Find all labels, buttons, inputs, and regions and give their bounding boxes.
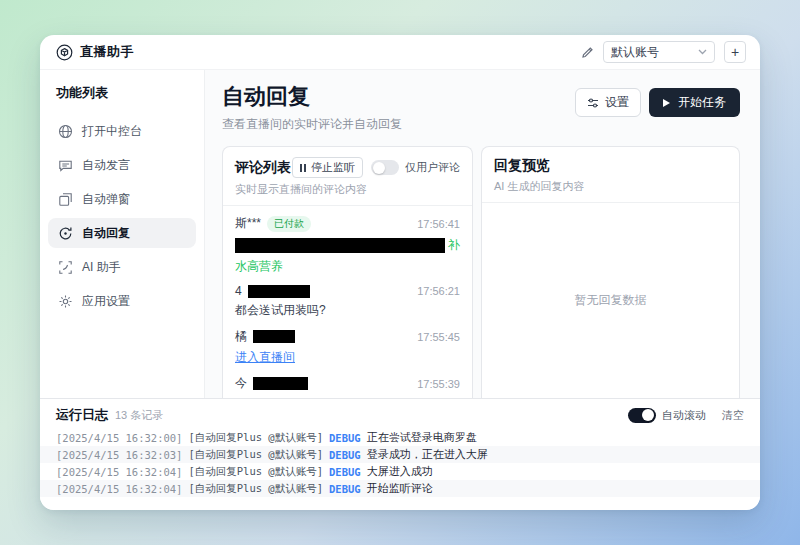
log-time: [2025/4/15 16:32:04]	[56, 483, 182, 495]
log-time: [2025/4/15 16:32:04]	[56, 466, 182, 478]
comment-list[interactable]: 斯*** 已付款 17:56:41 补 水高营养	[223, 206, 472, 398]
sidebar-item-auto-speak[interactable]: 自动发言	[48, 150, 196, 180]
comment-panel-title: 评论列表	[235, 159, 291, 177]
sidebar-item-label: 自动弹窗	[82, 191, 130, 208]
log-time: [2025/4/15 16:32:03]	[56, 449, 182, 461]
sidebar-item-label: 打开中控台	[82, 123, 142, 140]
log-level-badge: DEBUG	[329, 466, 361, 478]
app-window: 直播助手 默认账号	[40, 35, 760, 510]
sidebar-header: 功能列表	[48, 84, 196, 102]
edit-account-button[interactable]	[581, 46, 594, 59]
comment-username: 橘	[235, 328, 247, 345]
redaction-bar	[235, 238, 445, 253]
comment-item: 橘 17:55:45 进入直播间	[235, 328, 460, 365]
app-brand: 直播助手	[56, 43, 134, 61]
comment-username: 斯***	[235, 215, 261, 232]
ai-assistant-icon	[58, 260, 73, 275]
empty-state-text: 暂无回复数据	[575, 292, 647, 309]
comment-list-panel: 评论列表 停止监听 仅用户评论 实时显示直播间的评论内容	[222, 146, 473, 398]
titlebar: 直播助手 默认账号	[40, 35, 760, 69]
log-message: 开始监听评论	[367, 481, 433, 496]
username-redaction-bar	[253, 377, 308, 390]
log-source: [自动回复Plus @默认账号]	[188, 482, 323, 496]
panels: 评论列表 停止监听 仅用户评论 实时显示直播间的评论内容	[222, 146, 740, 398]
log-message: 登录成功，正在进入大屏	[367, 447, 488, 462]
log-row: [2025/4/15 16:32:00] [自动回复Plus @默认账号] DE…	[40, 429, 760, 446]
app-logo-cube-icon	[56, 44, 73, 61]
pencil-icon	[581, 46, 594, 59]
comment-time: 17:55:39	[417, 378, 460, 390]
preview-panel-subtitle: AI 生成的回复内容	[494, 179, 727, 194]
autoscroll-label: 自动滚动	[662, 408, 706, 423]
autoscroll-toggle[interactable]	[628, 408, 656, 423]
sidebar-item-label: 自动发言	[82, 157, 130, 174]
account-select-value: 默认账号	[611, 44, 659, 61]
chat-bubble-icon	[58, 158, 73, 173]
comment-time: 17:55:45	[417, 331, 460, 343]
stop-listening-label: 停止监听	[311, 160, 355, 175]
paid-badge: 已付款	[267, 216, 311, 232]
username-redaction-bar	[248, 285, 310, 298]
sidebar-item-open-console[interactable]: 打开中控台	[48, 116, 196, 146]
log-message: 正在尝试登录电商罗盘	[367, 430, 477, 445]
play-icon	[663, 99, 670, 107]
add-account-button[interactable]: +	[724, 41, 746, 63]
log-row: [2025/4/15 16:32:03] [自动回复Plus @默认账号] DE…	[40, 446, 760, 463]
preview-empty-state: 暂无回复数据	[482, 203, 739, 398]
log-source: [自动回复Plus @默认账号]	[188, 431, 323, 445]
preview-panel-title: 回复预览	[494, 157, 550, 175]
log-message: 大屏进入成功	[367, 464, 433, 479]
log-row: [2025/4/15 16:32:04] [自动回复Plus @默认账号] DE…	[40, 480, 760, 497]
titlebar-actions: 默认账号 +	[581, 41, 746, 63]
stop-listening-button[interactable]: 停止监听	[292, 157, 363, 178]
sidebar: 功能列表 打开中控台 自动发言	[40, 70, 205, 398]
comment-item: 今 17:55:39 每款的味道都差不多吗?	[235, 375, 460, 398]
page-title: 自动回复	[222, 82, 402, 112]
sidebar-item-app-settings[interactable]: 应用设置	[48, 286, 196, 316]
sidebar-item-label: 自动回复	[82, 225, 130, 242]
comment-item: 斯*** 已付款 17:56:41 补 水高营养	[235, 215, 460, 274]
header-actions: 设置 开始任务	[575, 88, 740, 117]
only-user-comments-label: 仅用户评论	[405, 160, 460, 175]
console-globe-icon	[58, 124, 73, 139]
pause-icon	[300, 164, 306, 172]
start-task-button[interactable]: 开始任务	[649, 88, 740, 117]
log-rows[interactable]: [2025/4/15 16:32:00] [自动回复Plus @默认账号] DE…	[40, 429, 760, 510]
sidebar-item-auto-reply[interactable]: 自动回复	[48, 218, 196, 248]
desktop-background: 直播助手 默认账号	[0, 0, 800, 545]
comment-username: 4	[235, 284, 242, 298]
app-title: 直播助手	[80, 43, 134, 61]
log-level-badge: DEBUG	[329, 432, 361, 444]
start-task-button-label: 开始任务	[678, 94, 726, 111]
run-log-count: 13 条记录	[115, 408, 163, 423]
settings-button-label: 设置	[605, 94, 629, 111]
page-subtitle: 查看直播间的实时评论并自动回复	[222, 116, 402, 133]
settings-button[interactable]: 设置	[575, 88, 641, 117]
comment-text-tail: 补	[448, 237, 460, 254]
log-level-badge: DEBUG	[329, 483, 361, 495]
run-log-section: 运行日志 13 条记录 自动滚动 清空 [2025/4/15 16:32:00]…	[40, 398, 760, 510]
chevron-down-icon	[698, 49, 707, 55]
comment-item: 4 17:56:21 都会送试用装吗?	[235, 284, 460, 318]
gear-icon	[58, 294, 73, 309]
only-user-comments-toggle[interactable]	[371, 160, 399, 175]
sliders-icon	[587, 97, 599, 109]
comment-time: 17:56:41	[417, 218, 460, 230]
log-source: [自动回复Plus @默认账号]	[188, 448, 323, 462]
window-body: 功能列表 打开中控台 自动发言	[40, 69, 760, 398]
sidebar-item-ai-assistant[interactable]: AI 助手	[48, 252, 196, 282]
auto-reply-icon	[58, 226, 73, 241]
comment-text: 水高营养	[235, 259, 460, 274]
comment-text: 都会送试用装吗?	[235, 303, 460, 318]
clear-log-button[interactable]: 清空	[722, 408, 744, 423]
comment-time: 17:56:21	[417, 285, 460, 297]
sidebar-item-label: AI 助手	[82, 259, 121, 276]
log-source: [自动回复Plus @默认账号]	[188, 465, 323, 479]
reply-preview-panel: 回复预览 AI 生成的回复内容 暂无回复数据	[481, 146, 740, 398]
run-log-header: 运行日志 13 条记录 自动滚动 清空	[40, 399, 760, 429]
sidebar-item-auto-popup[interactable]: 自动弹窗	[48, 184, 196, 214]
enter-liveroom-text: 进入直播间	[235, 350, 460, 365]
account-select[interactable]: 默认账号	[603, 41, 715, 63]
main-content: 自动回复 查看直播间的实时评论并自动回复 设置	[205, 70, 760, 398]
username-redaction-bar	[253, 330, 295, 343]
